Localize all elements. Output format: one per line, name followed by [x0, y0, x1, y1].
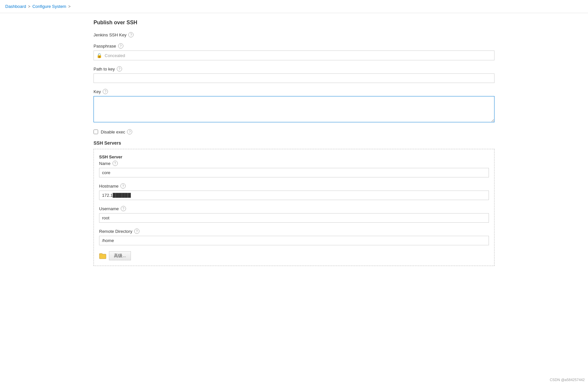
watermark: CSDN @a584257442	[550, 378, 585, 382]
username-label: Username ?	[99, 206, 489, 211]
advanced-folder-icon	[99, 252, 106, 259]
jenkins-ssh-key-help-icon[interactable]: ?	[128, 32, 134, 37]
advanced-button-row: 高级...	[99, 251, 489, 260]
server-name-help-icon[interactable]: ?	[113, 161, 118, 166]
breadcrumb-separator-1: >	[28, 4, 31, 9]
key-label: Key ?	[94, 89, 494, 94]
passphrase-concealed-text: Concealed	[105, 53, 125, 58]
key-textarea[interactable]	[94, 96, 494, 122]
main-content: Publish over SSH Jenkins SSH Key ? Passp…	[0, 13, 588, 385]
passphrase-label: Passphrase ?	[94, 43, 494, 49]
disable-exec-checkbox[interactable]	[94, 130, 98, 134]
server-name-label: Name ?	[99, 161, 489, 166]
path-to-key-input[interactable]	[94, 73, 494, 83]
hostname-help-icon[interactable]: ?	[120, 183, 126, 189]
path-to-key-label: Path to key ?	[94, 66, 494, 71]
username-input[interactable]	[99, 213, 489, 223]
key-group: Key ?	[94, 89, 494, 123]
passphrase-input-wrapper[interactable]: 🔒 Concealed	[94, 51, 494, 60]
ssh-server-section-label: SSH Server	[99, 154, 489, 159]
passphrase-help-icon[interactable]: ?	[118, 43, 123, 49]
server-name-input[interactable]	[99, 168, 489, 177]
disable-exec-label: Disable exec ?	[101, 129, 132, 134]
remote-directory-label: Remote Directory ?	[99, 229, 489, 234]
hostname-label: Hostname ?	[99, 183, 489, 189]
breadcrumb-configure-system[interactable]: Configure System	[32, 4, 66, 9]
breadcrumb-separator-2: >	[68, 4, 71, 9]
remote-directory-group: Remote Directory ?	[99, 229, 489, 245]
advanced-button[interactable]: 高级...	[109, 251, 131, 260]
section-title: Publish over SSH	[94, 20, 494, 26]
lock-icon: 🔒	[96, 53, 102, 58]
jenkins-ssh-key-label: Jenkins SSH Key ?	[94, 32, 494, 37]
svg-rect-3	[100, 254, 102, 255]
ssh-servers-title: SSH Servers	[94, 140, 494, 146]
path-to-key-help-icon[interactable]: ?	[117, 66, 122, 71]
disable-exec-help-icon[interactable]: ?	[127, 129, 132, 134]
remote-directory-help-icon[interactable]: ?	[134, 229, 139, 234]
username-help-icon[interactable]: ?	[121, 206, 126, 211]
jenkins-ssh-key-group: Jenkins SSH Key ?	[94, 32, 494, 37]
remote-directory-input[interactable]	[99, 236, 489, 245]
passphrase-group: Passphrase ? 🔒 Concealed	[94, 43, 494, 60]
server-name-group: Name ?	[99, 161, 489, 177]
disable-exec-row: Disable exec ?	[94, 129, 494, 134]
path-to-key-group: Path to key ?	[94, 66, 494, 83]
ssh-servers-section: SSH Servers SSH Server Name ? Hostname ?	[94, 140, 494, 266]
key-help-icon[interactable]: ?	[103, 89, 108, 94]
ssh-server-card: SSH Server Name ? Hostname ?	[94, 149, 494, 266]
breadcrumb-nav: Dashboard > Configure System >	[0, 0, 588, 13]
breadcrumb-dashboard[interactable]: Dashboard	[5, 4, 26, 9]
username-group: Username ?	[99, 206, 489, 223]
hostname-input[interactable]	[99, 191, 489, 200]
hostname-group: Hostname ?	[99, 183, 489, 200]
svg-rect-2	[100, 254, 106, 258]
